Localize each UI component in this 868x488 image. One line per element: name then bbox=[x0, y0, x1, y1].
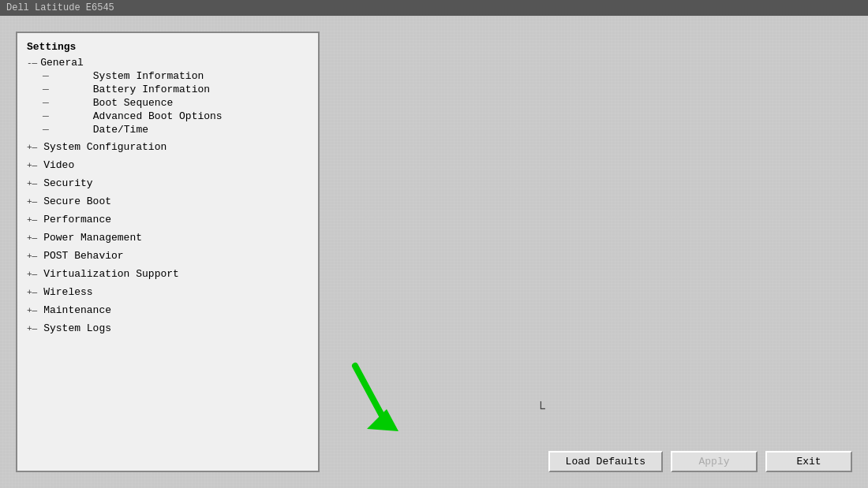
tree-item-label: Performance bbox=[40, 213, 114, 226]
tree-prefix: +— bbox=[27, 197, 37, 207]
tree-item-label: System Logs bbox=[40, 322, 114, 335]
tree-item-label: System Configuration bbox=[40, 140, 170, 154]
bottom-bar: Load Defaults Apply Exit bbox=[548, 451, 852, 472]
load-defaults-button[interactable]: Load Defaults bbox=[548, 451, 663, 472]
settings-panel: Settings -—General—System Information—Ba… bbox=[16, 32, 320, 472]
tree-child-item[interactable]: —Boot Sequence bbox=[17, 96, 318, 110]
tree-item-label: Wireless bbox=[40, 285, 95, 299]
tree-child-label: Advanced Boot Options bbox=[54, 110, 223, 122]
tree-child-item[interactable]: —Battery Information bbox=[17, 83, 318, 96]
tree-item-label: Secure Boot bbox=[40, 195, 114, 208]
tree-prefix: +— bbox=[27, 233, 37, 243]
tree-item-label: General bbox=[37, 56, 87, 69]
tree-child-label: Battery Information bbox=[54, 84, 210, 95]
tree-item-maintenance[interactable]: +—Maintenance bbox=[17, 301, 318, 319]
tree-prefix: +— bbox=[27, 324, 37, 333]
tree-item-system-config[interactable]: +—System Configuration bbox=[17, 138, 318, 156]
tree-prefix: +— bbox=[27, 306, 37, 315]
main-content: Settings -—General—System Information—Ba… bbox=[0, 16, 868, 488]
apply-button[interactable]: Apply bbox=[671, 451, 758, 472]
tree-prefix: +— bbox=[27, 161, 37, 170]
tree-child-item[interactable]: —Advanced Boot Options bbox=[17, 110, 318, 123]
tree-item-video[interactable]: +—Video bbox=[17, 156, 318, 174]
tree-item-security[interactable]: +—Security bbox=[17, 174, 318, 192]
tree-prefix: +— bbox=[27, 143, 37, 152]
tree-item-label: POST Behavior bbox=[40, 249, 126, 263]
title-bar: Dell Latitude E6545 bbox=[0, 0, 868, 16]
settings-header: Settings bbox=[17, 39, 318, 54]
tree-item-label: Video bbox=[40, 158, 77, 172]
tree-prefix: +— bbox=[27, 270, 37, 279]
tree-item-label: Virtualization Support bbox=[40, 267, 182, 281]
cursor-icon: └ bbox=[537, 401, 545, 417]
tree-child-item[interactable]: —Date/Time bbox=[17, 123, 318, 136]
tree-item-label: Maintenance bbox=[40, 304, 114, 317]
tree-item-label: Power Management bbox=[40, 231, 145, 244]
tree-prefix: +— bbox=[27, 288, 37, 297]
tree-item-general[interactable]: -—General—System Information—Battery Inf… bbox=[17, 54, 318, 138]
tree-item-post-behavior[interactable]: +—POST Behavior bbox=[17, 247, 318, 265]
tree-item-virtualization[interactable]: +—Virtualization Support bbox=[17, 265, 318, 283]
tree-item-wireless[interactable]: +—Wireless bbox=[17, 283, 318, 301]
right-panel: └ Load Defaults Apply Exit bbox=[320, 16, 868, 488]
tree-item-power-management[interactable]: +—Power Management bbox=[17, 229, 318, 247]
exit-button[interactable]: Exit bbox=[765, 451, 852, 472]
tree-prefix: +— bbox=[27, 215, 37, 225]
tree-item-performance[interactable]: +—Performance bbox=[17, 210, 318, 229]
tree-child-label: Boot Sequence bbox=[54, 97, 173, 109]
tree-item-system-logs[interactable]: +—System Logs bbox=[17, 319, 318, 337]
tree-child-label: System Information bbox=[54, 70, 204, 82]
tree-child-label: Date/Time bbox=[54, 124, 148, 136]
tree-prefix: +— bbox=[27, 179, 37, 188]
tree-item-secure-boot[interactable]: +—Secure Boot bbox=[17, 192, 318, 210]
green-arrow-icon bbox=[343, 362, 406, 441]
tree-prefix: +— bbox=[27, 251, 37, 261]
tree-child-item[interactable]: —System Information bbox=[17, 69, 318, 83]
tree-prefix: -— bbox=[27, 58, 37, 68]
tree-root: -—General—System Information—Battery Inf… bbox=[17, 54, 318, 337]
tree-item-label: Security bbox=[40, 177, 95, 190]
svg-line-0 bbox=[355, 366, 383, 417]
title-text: Dell Latitude E6545 bbox=[6, 2, 114, 13]
